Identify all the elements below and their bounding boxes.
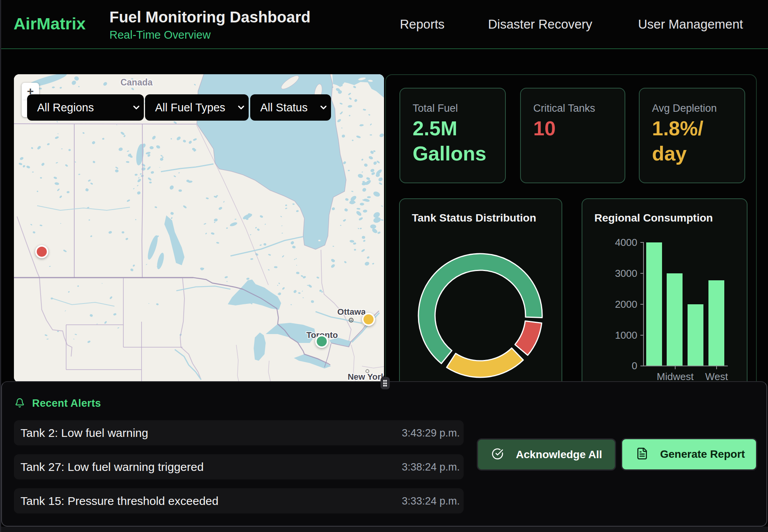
svg-text:Canada: Canada [120,77,152,87]
svg-text:New York: New York [348,372,384,382]
svg-text:4000: 4000 [615,237,637,248]
svg-text:2000: 2000 [615,298,637,310]
svg-text:3000: 3000 [615,268,637,279]
svg-text:West: West [705,371,729,382]
svg-text:1000: 1000 [615,329,637,341]
svg-text:0: 0 [632,360,637,372]
svg-text:Midwest: Midwest [657,371,694,382]
svg-text:Ottawa: Ottawa [337,307,366,317]
